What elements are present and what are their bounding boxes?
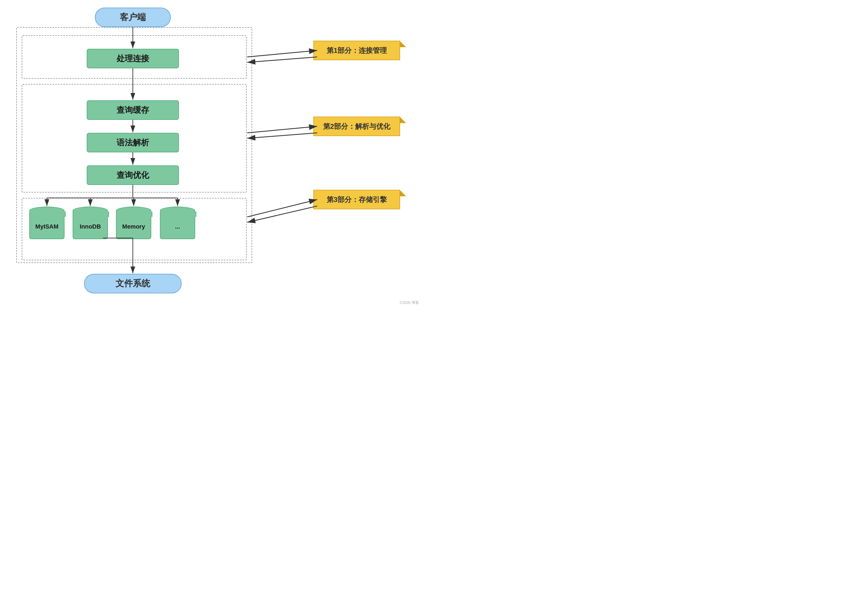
- svg-line-19: [247, 206, 317, 222]
- db-dots: ...: [160, 207, 195, 239]
- query-optimize-box: 查询优化: [87, 166, 179, 185]
- db-myisam-label: MyISAM: [35, 223, 58, 230]
- cylinder-body-dots: ...: [160, 215, 195, 239]
- svg-line-17: [247, 133, 317, 138]
- cylinder-body-innodb: InnoDB: [73, 215, 108, 239]
- query-optimize-label: 查询优化: [116, 170, 149, 181]
- db-innodb-label: InnoDB: [80, 223, 101, 230]
- syntax-parse-box: 语法解析: [87, 133, 179, 152]
- svg-line-14: [247, 51, 317, 57]
- db-memory: Memory: [116, 207, 151, 239]
- note-parse-label: 第2部分：解析与优化: [323, 122, 390, 131]
- filesystem-label: 文件系统: [115, 277, 150, 289]
- note-parse: 第2部分：解析与优化: [313, 116, 400, 136]
- cylinder-body-memory: Memory: [116, 215, 151, 239]
- handle-conn-label: 处理连接: [116, 53, 149, 64]
- filesystem-box: 文件系统: [84, 274, 182, 293]
- syntax-parse-label: 语法解析: [116, 137, 149, 148]
- diagram-container: 客户端 处理连接 查询缓存 语法解析 查询优化 MyISAM InnoDB Me…: [0, 0, 424, 308]
- handle-conn-box: 处理连接: [87, 49, 179, 68]
- svg-line-18: [247, 200, 317, 217]
- note-conn-label: 第1部分：连接管理: [327, 46, 387, 55]
- client-label: 客户端: [120, 11, 146, 23]
- db-innodb: InnoDB: [73, 207, 108, 239]
- cylinder-body-myisam: MyISAM: [29, 215, 64, 239]
- note-engine-label: 第3部分：存储引擎: [327, 195, 387, 204]
- note-engine: 第3部分：存储引擎: [313, 190, 400, 209]
- cylinder-top-dots: [160, 207, 195, 215]
- db-dots-label: ...: [175, 223, 180, 230]
- watermark: CSDN 博客: [399, 300, 419, 305]
- db-myisam: MyISAM: [29, 207, 64, 239]
- client-box: 客户端: [95, 7, 171, 27]
- cylinder-top-myisam: [29, 207, 64, 215]
- svg-line-16: [247, 126, 317, 133]
- svg-line-15: [247, 57, 317, 63]
- cylinder-top-memory: [116, 207, 151, 215]
- note-connection: 第1部分：连接管理: [313, 41, 400, 60]
- cylinder-top-innodb: [73, 207, 108, 215]
- db-memory-label: Memory: [122, 223, 145, 230]
- query-cache-label: 查询缓存: [116, 104, 149, 116]
- query-cache-box: 查询缓存: [87, 100, 179, 120]
